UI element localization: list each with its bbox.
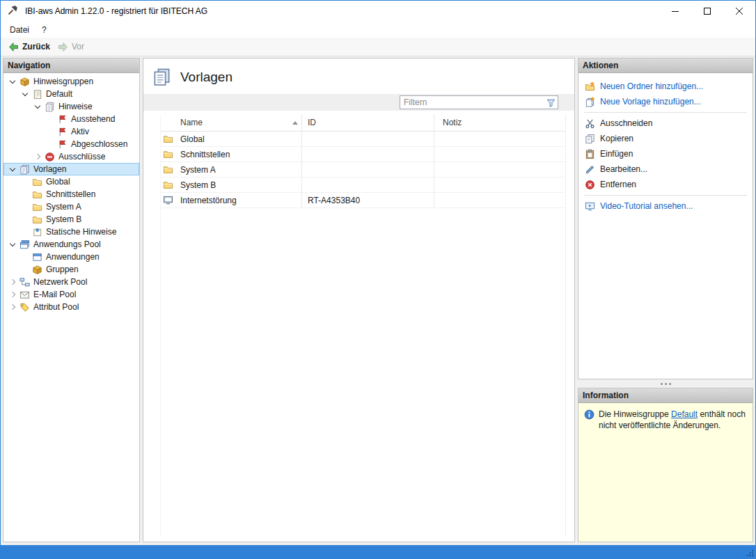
action-new-template[interactable]: Neue Vorlage hinzufügen... xyxy=(578,94,753,109)
chevron-expanded-icon[interactable] xyxy=(8,164,18,175)
app-icon xyxy=(7,5,19,17)
cell-name: Internetstörung xyxy=(180,193,301,207)
nav-item-schnittstellen[interactable]: Schnittstellen xyxy=(3,188,139,200)
action-edit[interactable]: Bearbeiten... xyxy=(578,162,753,177)
action-label: Einfügen xyxy=(600,149,633,159)
splitter-handle[interactable] xyxy=(578,379,753,388)
nav-item-anwendungs-pool[interactable]: Anwendungs Pool xyxy=(3,238,139,251)
action-copy[interactable]: Kopieren xyxy=(578,131,753,146)
nav-item-label: Vorlagen xyxy=(31,164,68,174)
filter-icon[interactable] xyxy=(544,97,558,108)
nav-item-hinweise[interactable]: Hinweise xyxy=(3,100,139,113)
app-pool-icon xyxy=(18,239,31,250)
chevron-spacer xyxy=(45,126,56,137)
cell-id: RT-A4353B40 xyxy=(301,193,434,207)
notes-icon xyxy=(43,102,56,112)
nav-item-label: E-Mail Pool xyxy=(31,290,78,299)
paste-icon xyxy=(585,149,595,159)
back-button[interactable]: Zurück xyxy=(6,40,55,54)
action-cut[interactable]: Ausschneiden xyxy=(578,116,753,131)
information-body: Die Hinweisgruppe Default enthält noch n… xyxy=(578,403,753,542)
forward-button[interactable]: Vor xyxy=(55,40,89,54)
action-video-tutorial[interactable]: Video-Tutorial ansehen... xyxy=(578,198,753,214)
resize-grip[interactable] xyxy=(746,549,754,557)
table-row[interactable]: Schnittstellen xyxy=(161,147,565,162)
pending-flag-icon xyxy=(56,114,69,125)
action-label: Neue Vorlage hinzufügen... xyxy=(600,97,701,107)
chevron-expanded-icon[interactable] xyxy=(8,239,18,250)
nav-item-netzwerk-pool[interactable]: Netzwerk Pool xyxy=(3,276,139,288)
nav-item-email-pool[interactable]: E-Mail Pool xyxy=(3,288,139,301)
folder-icon xyxy=(163,180,173,190)
action-label: Video-Tutorial ansehen... xyxy=(600,201,693,211)
close-button[interactable] xyxy=(723,1,755,22)
chevron-collapsed-icon[interactable] xyxy=(8,301,18,313)
navigation-panel: Navigation Hinweisgruppen Default Hinwei… xyxy=(3,58,140,542)
table-row[interactable]: System A xyxy=(161,162,565,178)
folder-icon xyxy=(163,134,173,144)
nav-item-global[interactable]: Global xyxy=(3,175,139,188)
nav-item-default[interactable]: Default xyxy=(3,88,139,100)
app-window-icon xyxy=(31,252,44,262)
default-link[interactable]: Default xyxy=(671,409,698,419)
tag-icon xyxy=(18,302,31,313)
nav-item-ausstehend[interactable]: Ausstehend xyxy=(3,113,139,125)
nav-item-attribut-pool[interactable]: Attribut Pool xyxy=(3,301,139,313)
folder-icon xyxy=(163,164,173,175)
action-paste[interactable]: Einfügen xyxy=(578,146,753,162)
chevron-spacer xyxy=(20,226,31,237)
table-row[interactable]: Global xyxy=(161,132,565,147)
chevron-collapsed-icon[interactable] xyxy=(8,276,18,288)
copy-icon xyxy=(585,134,595,144)
chevron-collapsed-icon[interactable] xyxy=(8,289,18,300)
column-header-id[interactable]: ID xyxy=(301,114,434,131)
nav-item-statische-hinweise[interactable]: Statische Hinweise xyxy=(3,226,139,238)
chevron-expanded-icon[interactable] xyxy=(20,88,31,100)
nav-item-aktiv[interactable]: Aktiv xyxy=(3,125,139,138)
main-title-row: Vorlagen xyxy=(143,58,574,94)
action-label: Bearbeiten... xyxy=(600,164,647,174)
nav-item-ausschluesse[interactable]: Ausschlüsse xyxy=(3,150,139,163)
folder-icon xyxy=(31,214,44,225)
nav-item-anwendungen[interactable]: Anwendungen xyxy=(3,251,139,263)
chevron-expanded-icon[interactable] xyxy=(8,76,18,87)
forward-arrow-icon xyxy=(58,42,68,52)
chevron-spacer xyxy=(20,251,31,262)
nav-item-system-b[interactable]: System B xyxy=(3,213,139,226)
statusbar xyxy=(1,545,755,558)
filter-input[interactable] xyxy=(400,97,544,107)
nav-item-vorlagen[interactable]: Vorlagen xyxy=(3,163,139,175)
column-header-notiz[interactable]: Notiz xyxy=(434,114,565,131)
nav-item-system-a[interactable]: System A xyxy=(3,200,139,213)
titlebar: IBI-aws Admin 1.22.0 - registriert für I… xyxy=(1,1,755,22)
minimize-button[interactable] xyxy=(659,1,691,22)
templates-icon xyxy=(18,164,31,175)
action-new-folder[interactable]: Neuen Ordner hinzufügen... xyxy=(578,79,753,94)
back-arrow-icon xyxy=(8,42,19,52)
folder-icon xyxy=(31,177,44,187)
no-entry-icon xyxy=(43,152,56,162)
action-remove[interactable]: Entfernen xyxy=(578,177,753,192)
chevron-expanded-icon[interactable] xyxy=(33,101,43,112)
filter-input-wrap xyxy=(400,95,558,109)
static-note-icon xyxy=(31,227,44,237)
nav-item-gruppen[interactable]: Gruppen xyxy=(3,263,139,276)
nav-item-abgeschlossen[interactable]: Abgeschlossen xyxy=(3,138,139,150)
menu-help[interactable]: ? xyxy=(36,23,53,37)
close-icon xyxy=(736,8,743,15)
back-button-label: Zurück xyxy=(22,42,50,52)
menu-datei[interactable]: Datei xyxy=(3,23,36,37)
package-icon xyxy=(18,77,31,87)
maximize-button[interactable] xyxy=(691,1,723,22)
actions-panel: Aktionen Neuen Ordner hinzufügen... Neue… xyxy=(578,58,753,379)
video-icon xyxy=(585,201,595,212)
column-header-name[interactable]: Name xyxy=(180,114,301,131)
cell-id xyxy=(301,178,434,192)
cell-name: System A xyxy=(180,162,301,177)
action-label: Entfernen xyxy=(600,180,636,189)
nav-item-hinweisgruppen[interactable]: Hinweisgruppen xyxy=(3,75,139,88)
cut-icon xyxy=(585,118,595,129)
table-row[interactable]: System B xyxy=(161,178,565,193)
table-row[interactable]: Internetstörung RT-A4353B40 xyxy=(161,193,565,208)
chevron-collapsed-icon[interactable] xyxy=(33,151,43,162)
